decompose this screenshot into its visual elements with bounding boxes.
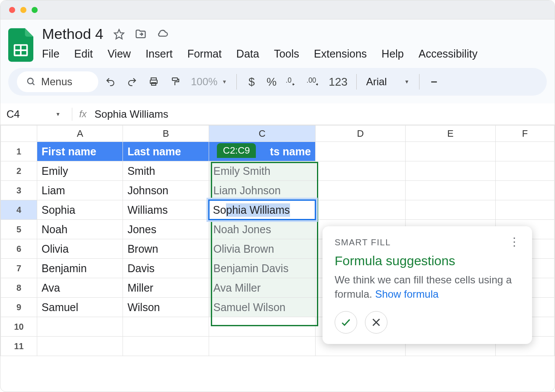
menu-file[interactable]: File: [42, 48, 59, 60]
cell[interactable]: [405, 181, 495, 200]
cell[interactable]: Olivia: [37, 239, 123, 259]
cell-text[interactable]: Emily: [37, 161, 123, 180]
row-header-4[interactable]: 4: [1, 200, 37, 220]
show-formula-link[interactable]: Show formula: [375, 288, 439, 300]
col-header-D[interactable]: D: [316, 125, 406, 142]
cell-empty[interactable]: [405, 142, 495, 161]
col-header-F[interactable]: F: [495, 125, 554, 142]
cell-text[interactable]: Noah Jones: [209, 220, 315, 239]
reject-suggestion-button[interactable]: [365, 311, 387, 334]
cell[interactable]: [495, 200, 554, 220]
menu-tools[interactable]: Tools: [274, 48, 299, 60]
menus-search[interactable]: Menus: [17, 71, 98, 92]
cell-text[interactable]: Ava: [37, 278, 123, 297]
undo-button[interactable]: [102, 73, 119, 90]
menu-data[interactable]: Data: [236, 48, 259, 60]
row-header-9[interactable]: 9: [1, 298, 37, 317]
cell-text[interactable]: Johnson: [123, 181, 208, 200]
cell-text[interactable]: Davis: [123, 259, 208, 278]
row-header-11[interactable]: 11: [1, 337, 37, 356]
cell[interactable]: [405, 200, 495, 220]
menu-view[interactable]: View: [107, 48, 131, 60]
cell[interactable]: Samuel: [37, 298, 123, 317]
cell[interactable]: [316, 181, 406, 200]
minimize-window-button[interactable]: [20, 7, 26, 13]
zoom-select[interactable]: 100% ▼: [187, 76, 230, 88]
cell[interactable]: [316, 200, 406, 220]
menu-extensions[interactable]: Extensions: [314, 48, 367, 60]
cell[interactable]: [316, 161, 406, 181]
maximize-window-button[interactable]: [32, 7, 38, 13]
cell[interactable]: Sophia: [37, 200, 123, 220]
cell[interactable]: Samuel Wilson: [209, 298, 315, 317]
name-box[interactable]: C4 ▼: [6, 108, 65, 120]
cell-text[interactable]: Williams: [123, 200, 208, 219]
decrease-decimal-button[interactable]: .0: [284, 73, 301, 90]
row-header-5[interactable]: 5: [1, 220, 37, 239]
cell-text[interactable]: Samuel Wilson: [209, 298, 315, 317]
col-header-E[interactable]: E: [405, 125, 495, 142]
row-header-6[interactable]: 6: [1, 239, 37, 259]
paint-format-button[interactable]: [167, 73, 184, 90]
decrease-font-button[interactable]: −: [426, 75, 443, 89]
menu-insert[interactable]: Insert: [145, 48, 173, 60]
cell-text[interactable]: Ava Miller: [209, 278, 315, 297]
cell[interactable]: Noah Jones: [209, 220, 315, 239]
menu-format[interactable]: Format: [187, 48, 222, 60]
cell[interactable]: Davis: [123, 259, 209, 278]
cell-text[interactable]: Olivia Brown: [209, 239, 315, 258]
cell-text[interactable]: Noah: [37, 220, 123, 239]
cell[interactable]: [209, 317, 315, 337]
cell[interactable]: [123, 337, 209, 356]
cloud-status-icon[interactable]: [156, 28, 168, 40]
menu-accessibility[interactable]: Accessibility: [419, 48, 478, 60]
row-header-8[interactable]: 8: [1, 278, 37, 298]
close-window-button[interactable]: [9, 7, 15, 13]
cell[interactable]: Emily Smith: [209, 161, 315, 181]
header-cell-a[interactable]: First name: [37, 142, 123, 161]
cell-empty[interactable]: [495, 142, 554, 161]
row-header-2[interactable]: 2: [1, 161, 37, 181]
active-cell[interactable]: Sophia Williams: [208, 199, 316, 220]
cell[interactable]: [123, 317, 209, 337]
cell[interactable]: Noah: [37, 220, 123, 239]
cell[interactable]: Johnson: [123, 181, 209, 200]
cell[interactable]: Benjamin Davis: [209, 259, 315, 278]
cell-text[interactable]: Liam Johnson: [209, 181, 315, 200]
currency-button[interactable]: $: [243, 75, 260, 89]
cell[interactable]: [405, 161, 495, 181]
col-header-B[interactable]: B: [123, 125, 209, 142]
cell[interactable]: Liam: [37, 181, 123, 200]
cell[interactable]: Jones: [123, 220, 209, 239]
menu-help[interactable]: Help: [381, 48, 403, 60]
cell[interactable]: Liam Johnson: [209, 181, 315, 200]
cell[interactable]: Brown: [123, 239, 209, 259]
cell[interactable]: Ava Miller: [209, 278, 315, 298]
cell-text[interactable]: Sophia: [37, 200, 123, 219]
select-all-corner[interactable]: [1, 125, 37, 142]
cell-text[interactable]: Miller: [123, 278, 208, 297]
redo-button[interactable]: [123, 73, 141, 90]
row-header-1[interactable]: 1: [1, 142, 37, 161]
cell-text[interactable]: Emily Smith: [209, 161, 315, 180]
print-button[interactable]: [145, 73, 162, 90]
cell-text[interactable]: Olivia: [37, 239, 123, 258]
col-header-A[interactable]: A: [37, 125, 123, 142]
header-cell-b[interactable]: Last name: [123, 142, 208, 161]
cell-text[interactable]: Brown: [123, 239, 208, 258]
cell[interactable]: Emily: [37, 161, 123, 181]
accept-suggestion-button[interactable]: [335, 311, 357, 334]
move-folder-icon[interactable]: [135, 28, 147, 40]
popover-more-button[interactable]: ⋮: [509, 241, 520, 244]
cell[interactable]: Williams: [123, 200, 209, 220]
cell[interactable]: [37, 317, 123, 337]
cell-text[interactable]: Benjamin: [37, 259, 123, 278]
cell[interactable]: Wilson: [123, 298, 209, 317]
cell-empty[interactable]: [316, 142, 406, 161]
increase-decimal-button[interactable]: .00: [305, 73, 323, 90]
cell[interactable]: Sophia Williams: [209, 200, 315, 220]
row-header-7[interactable]: 7: [1, 259, 37, 278]
cell[interactable]: [37, 337, 123, 356]
cell[interactable]: Olivia Brown: [209, 239, 315, 259]
star-icon[interactable]: [113, 28, 125, 40]
